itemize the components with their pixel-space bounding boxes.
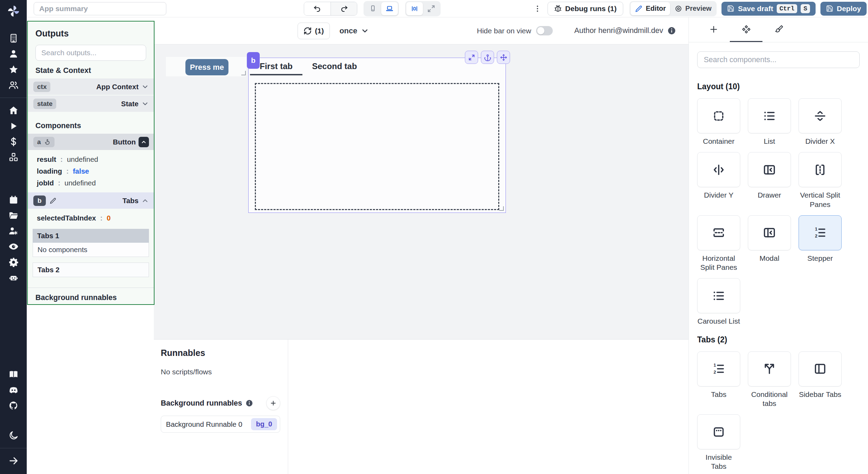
drawer-icon — [748, 152, 791, 187]
component-card-conditional-tabs[interactable]: Conditional tabs — [748, 351, 791, 408]
component-b-canvas-badge[interactable]: b — [247, 52, 260, 69]
calendar-icon[interactable] — [8, 194, 19, 206]
deploy-button[interactable]: Deploy — [820, 2, 867, 16]
sidebar-bottom — [0, 365, 27, 471]
dollar-icon[interactable] — [8, 136, 19, 148]
output-row-ctx[interactable]: ctx App Context — [28, 78, 154, 95]
svg-text:2: 2 — [815, 234, 817, 239]
press-me-button[interactable]: Press me — [185, 59, 228, 75]
chevron-down-icon — [361, 27, 369, 35]
tabs-component[interactable]: b First tabSecond tab — [248, 58, 506, 213]
schedule-dropdown[interactable]: once — [340, 26, 369, 35]
list-icon — [748, 98, 791, 133]
debug-runs-button[interactable]: Debug runs (1) — [548, 2, 623, 16]
paintbrush-icon — [774, 25, 784, 34]
component-card-stepper[interactable]: 12Stepper — [799, 215, 842, 272]
tabs-icon: 12 — [697, 351, 740, 386]
move-component-button[interactable] — [497, 51, 510, 64]
discord-icon[interactable] — [8, 384, 19, 396]
info-icon[interactable] — [245, 399, 253, 407]
component-card-divider-x[interactable]: Divider X — [799, 98, 842, 146]
collapse-button[interactable] — [139, 137, 149, 147]
user-icon[interactable] — [8, 48, 19, 60]
moon-icon[interactable] — [8, 430, 19, 441]
resize-handle[interactable] — [499, 206, 504, 211]
arrow-right-icon[interactable] — [8, 455, 19, 467]
eye-icon[interactable] — [8, 241, 19, 252]
hide-bar-toggle[interactable] — [536, 26, 553, 35]
component-card-divider-y[interactable]: Divider Y — [697, 152, 740, 209]
editor-tab[interactable]: Editor — [631, 2, 670, 15]
gear-icon[interactable] — [8, 256, 19, 268]
chevron-down-icon[interactable] — [141, 83, 149, 91]
tab-insert-plus[interactable] — [697, 17, 730, 42]
undo-redo-group — [304, 2, 357, 16]
preview-tab[interactable]: Preview — [670, 2, 716, 15]
app-summary-input[interactable] — [34, 2, 166, 15]
component-card-label: Conditional tabs — [748, 390, 791, 408]
component-card-invisible-tabs[interactable]: Invisible Tabs — [697, 414, 740, 471]
sidebar-group-settings — [8, 190, 19, 288]
save-draft-button[interactable]: Save draft Ctrl S — [721, 2, 816, 16]
search-components-input[interactable] — [697, 51, 860, 68]
mobile-view-button[interactable] — [365, 2, 381, 15]
hide-bar-label: Hide bar on view — [477, 27, 531, 35]
tab-content-dropzone[interactable] — [255, 83, 499, 210]
component-card-container[interactable]: Container — [697, 98, 740, 146]
robot-icon[interactable] — [8, 272, 19, 284]
stepper-icon: 12 — [799, 215, 842, 250]
output-row-component-b[interactable]: b Tabs — [28, 192, 154, 209]
component-card-horizontal-split-panes[interactable]: Horizontal Split Panes — [697, 215, 740, 272]
app-canvas[interactable]: Press me b First tabSecond tab — [154, 44, 688, 339]
tabs1-section-header[interactable]: Tabs 1 — [33, 229, 149, 243]
tabs2-section-header[interactable]: Tabs 2 — [33, 263, 149, 277]
boxes-icon[interactable] — [8, 151, 19, 163]
component-card-tabs[interactable]: 12Tabs — [697, 351, 740, 408]
align-center-button[interactable] — [406, 2, 423, 15]
expand-component-button[interactable] — [465, 51, 478, 64]
component-card-vertical-split-panes[interactable]: Vertical Split Panes — [799, 152, 842, 209]
tab-components[interactable] — [730, 17, 762, 42]
resize-handle[interactable] — [241, 71, 246, 75]
component-card-modal[interactable]: Modal — [748, 215, 791, 272]
desktop-view-button[interactable] — [381, 2, 398, 15]
chevron-up-icon[interactable] — [141, 197, 149, 205]
svg-text:1: 1 — [815, 227, 817, 232]
info-icon[interactable] — [667, 26, 676, 35]
tab-styling[interactable] — [762, 17, 795, 42]
folder-icon[interactable] — [8, 209, 19, 221]
canvas-tab-2[interactable]: Second tab — [302, 58, 367, 75]
home-icon[interactable] — [8, 105, 19, 116]
hide-bar-control: Hide bar on view — [477, 26, 553, 35]
fullwidth-button[interactable] — [423, 2, 440, 15]
outputs-panel: Outputs State & Context ctx App Context … — [27, 21, 155, 305]
add-background-runnable-button[interactable] — [266, 396, 280, 410]
search-outputs-input[interactable] — [35, 45, 146, 61]
more-options-button[interactable] — [532, 2, 543, 15]
star-icon[interactable] — [8, 64, 19, 75]
users-icon[interactable] — [8, 79, 19, 91]
redo-button[interactable] — [331, 2, 357, 15]
chevron-down-icon[interactable] — [141, 100, 149, 108]
output-row-component-a[interactable]: a Button — [28, 134, 154, 150]
sidebar-divider — [0, 98, 27, 98]
book-icon[interactable] — [8, 368, 19, 380]
component-card-carousel-list[interactable]: Carousel List — [697, 278, 740, 326]
background-runnable-name: Background Runnable 0 — [166, 420, 242, 429]
refresh-button[interactable]: (1) — [298, 23, 330, 39]
component-card-list[interactable]: List — [748, 98, 791, 146]
output-row-state[interactable]: state State — [28, 95, 154, 112]
sidebar-group-workspace — [8, 28, 19, 95]
component-card-drawer[interactable]: Drawer — [748, 152, 791, 209]
windmill-logo-icon[interactable] — [6, 3, 21, 19]
property-colon: : — [66, 167, 69, 175]
anchor-component-button[interactable] — [481, 51, 494, 64]
github-icon[interactable] — [8, 400, 19, 411]
maximize-icon — [468, 54, 475, 61]
building-icon[interactable] — [8, 32, 19, 44]
play-icon[interactable] — [8, 120, 19, 132]
undo-button[interactable] — [304, 2, 331, 15]
component-card-sidebar-tabs[interactable]: Sidebar Tabs — [799, 351, 842, 408]
user-cog-icon[interactable] — [8, 225, 19, 237]
background-runnable-item[interactable]: Background Runnable 0 bg_0 — [161, 416, 280, 433]
